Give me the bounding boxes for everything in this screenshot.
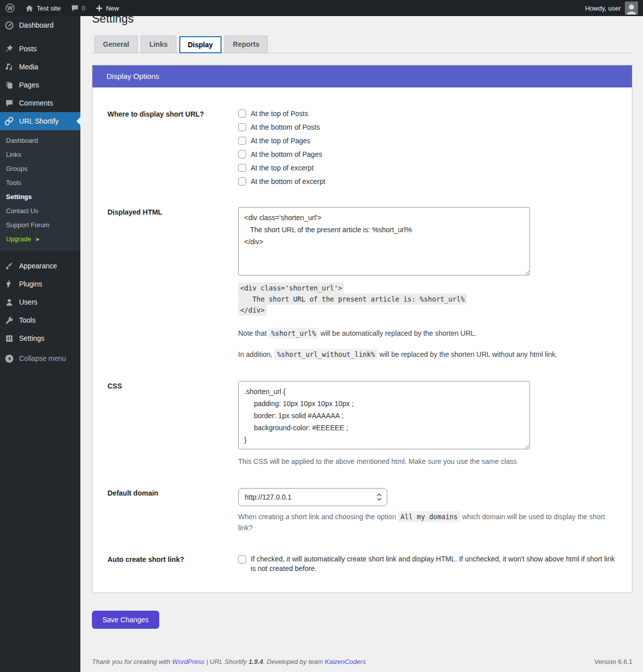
field-label: CSS bbox=[108, 381, 238, 467]
menu-separator bbox=[0, 34, 80, 40]
dashboard-icon bbox=[4, 20, 14, 30]
sidebar-item-label: Settings bbox=[19, 334, 45, 342]
sidebar-item-media[interactable]: Media bbox=[0, 58, 80, 76]
submenu-item-tools[interactable]: Tools bbox=[0, 176, 80, 190]
note-text: will be replaced by the shorten URL with… bbox=[379, 350, 557, 358]
sidebar-item-settings[interactable]: Settings bbox=[0, 329, 80, 347]
option-bottom-of-posts[interactable]: At the bottom of Posts bbox=[238, 123, 617, 132]
sidebar-item-tools[interactable]: Tools bbox=[0, 311, 80, 329]
sidebar-item-plugins[interactable]: Plugins bbox=[0, 275, 80, 293]
row-auto-create: Auto create short link? If checked, it w… bbox=[108, 554, 617, 573]
wordpress-logo-icon[interactable]: W bbox=[0, 0, 20, 16]
checkbox-label: At the bottom of Pages bbox=[251, 150, 322, 159]
tab-display[interactable]: Display bbox=[179, 36, 222, 53]
plug-icon bbox=[4, 279, 14, 289]
new-label: New bbox=[106, 5, 119, 12]
checkbox-bottom-of-posts[interactable] bbox=[238, 123, 246, 131]
display-options-panel: Display Options Where to display short U… bbox=[92, 65, 632, 593]
user-icon bbox=[4, 297, 14, 307]
checkbox-label: At the top of excerpt bbox=[251, 163, 313, 172]
pages-icon bbox=[4, 80, 14, 90]
auto-create-option[interactable]: If checked, it will automatically create… bbox=[238, 554, 617, 573]
option-bottom-of-excerpt[interactable]: At the bottom of excerpt bbox=[238, 177, 617, 186]
footer-text: . Developed by team bbox=[263, 658, 323, 665]
save-changes-button[interactable]: Save Changes bbox=[92, 611, 159, 629]
menu-separator bbox=[0, 251, 80, 257]
option-bottom-of-pages[interactable]: At the bottom of Pages bbox=[238, 150, 617, 159]
footer-credits: Thank you for creating with WordPress | … bbox=[92, 658, 366, 665]
auto-create-checkbox[interactable] bbox=[238, 555, 246, 563]
plus-icon bbox=[95, 5, 103, 12]
displayed-html-preview: <div class='shorten_url'> The short URL … bbox=[238, 282, 617, 316]
checkbox-label: At the bottom of Posts bbox=[251, 123, 320, 132]
tab-general[interactable]: General bbox=[94, 36, 138, 53]
sidebar-item-label: Collapse menu bbox=[19, 354, 66, 362]
paintbrush-icon bbox=[4, 261, 14, 271]
pushpin-icon bbox=[4, 44, 14, 54]
checkbox-top-of-pages[interactable] bbox=[238, 137, 246, 145]
css-textarea[interactable]: .shorten_url { padding: 10px 10px 10px 1… bbox=[238, 381, 530, 449]
selected-domain: http://127.0.0.1 bbox=[245, 493, 291, 501]
option-top-of-excerpt[interactable]: At the top of excerpt bbox=[238, 163, 617, 172]
sidebar-item-comments[interactable]: Comments bbox=[0, 94, 80, 112]
submenu-item-links[interactable]: Links bbox=[0, 148, 80, 162]
comments-bubble[interactable]: 0 bbox=[66, 0, 90, 16]
comment-count: 0 bbox=[82, 5, 85, 12]
field-label: Auto create short link? bbox=[108, 554, 238, 573]
default-domain-select[interactable]: http://127.0.0.1 bbox=[238, 488, 387, 506]
admin-menu: Dashboard Posts Media Pages Comments URL… bbox=[0, 16, 80, 672]
checkbox-label: At the top of Pages bbox=[251, 136, 310, 145]
plugin-version: 1.9.4 bbox=[249, 658, 263, 665]
site-name-link[interactable]: Test site bbox=[20, 0, 66, 16]
all-my-domains-token: All my domains bbox=[398, 511, 460, 522]
collapse-menu-button[interactable]: Collapse menu bbox=[0, 349, 80, 367]
tab-links[interactable]: Links bbox=[141, 36, 176, 53]
submenu-item-groups[interactable]: Groups bbox=[0, 162, 80, 176]
wordpress-link[interactable]: WordPress bbox=[172, 658, 204, 665]
my-account[interactable]: Howdy, user bbox=[585, 0, 643, 16]
sidebar-item-posts[interactable]: Posts bbox=[0, 40, 80, 58]
option-top-of-posts[interactable]: At the top of Posts bbox=[238, 109, 617, 118]
submenu-item-dashboard[interactable]: Dashboard bbox=[0, 134, 80, 148]
submenu-item-support-forum[interactable]: Support Forum bbox=[0, 218, 80, 232]
option-top-of-pages[interactable]: At the top of Pages bbox=[238, 136, 617, 145]
new-content-button[interactable]: New bbox=[90, 0, 124, 16]
css-hint: This CSS will be applied to the above me… bbox=[238, 456, 610, 467]
comment-icon bbox=[71, 4, 79, 12]
row-display-where: Where to display short URL? At the top o… bbox=[108, 109, 617, 186]
checkbox-bottom-of-pages[interactable] bbox=[238, 150, 246, 158]
sidebar-item-label: Tools bbox=[19, 316, 36, 324]
submenu-item-upgrade[interactable]: Upgrade ➤ bbox=[0, 232, 80, 246]
sidebar-item-label: Comments bbox=[19, 99, 53, 107]
sidebar-item-dashboard[interactable]: Dashboard bbox=[0, 16, 80, 34]
short-url-without-link-note: In addition, %short_url_without_link% wi… bbox=[238, 349, 617, 360]
select-stepper-icon bbox=[377, 493, 382, 501]
hint-text: When creating a short link and choosing … bbox=[238, 513, 396, 521]
checkbox-top-of-posts[interactable] bbox=[238, 110, 246, 118]
sidebar-item-pages[interactable]: Pages bbox=[0, 76, 80, 94]
submenu-item-settings[interactable]: Settings bbox=[0, 190, 80, 204]
sidebar-item-url-shortify[interactable]: URL Shortify bbox=[0, 112, 80, 130]
sidebar-item-label: URL Shortify bbox=[19, 117, 59, 125]
tab-reports[interactable]: Reports bbox=[225, 36, 268, 53]
displayed-html-textarea[interactable]: <div class='shorten_url'> The short URL … bbox=[238, 207, 530, 275]
sidebar-item-appearance[interactable]: Appearance bbox=[0, 257, 80, 275]
auto-create-description: If checked, it will automatically create… bbox=[251, 554, 617, 573]
short-url-token: %short_url% bbox=[269, 328, 318, 339]
checkbox-label: At the top of Posts bbox=[251, 109, 308, 118]
submenu-item-contact-us[interactable]: Contact Us bbox=[0, 204, 80, 218]
sidebar-item-users[interactable]: Users bbox=[0, 293, 80, 311]
kaizencoders-link[interactable]: KaizenCoders bbox=[325, 658, 366, 665]
sidebar-item-label: Appearance bbox=[19, 262, 57, 270]
panel-title: Display Options bbox=[92, 65, 632, 87]
checkbox-top-of-excerpt[interactable] bbox=[238, 164, 246, 172]
field-label: Where to display short URL? bbox=[108, 109, 238, 186]
checkbox-bottom-of-excerpt[interactable] bbox=[238, 177, 246, 185]
avatar bbox=[625, 2, 638, 15]
upgrade-arrow-icon: ➤ bbox=[35, 236, 40, 243]
field-label: Displayed HTML bbox=[108, 207, 238, 360]
media-icon bbox=[4, 62, 14, 72]
footer-text: Thank you for creating with bbox=[92, 658, 170, 665]
row-css: CSS .shorten_url { padding: 10px 10px 10… bbox=[108, 381, 617, 467]
howdy-text: Howdy, user bbox=[585, 5, 621, 12]
